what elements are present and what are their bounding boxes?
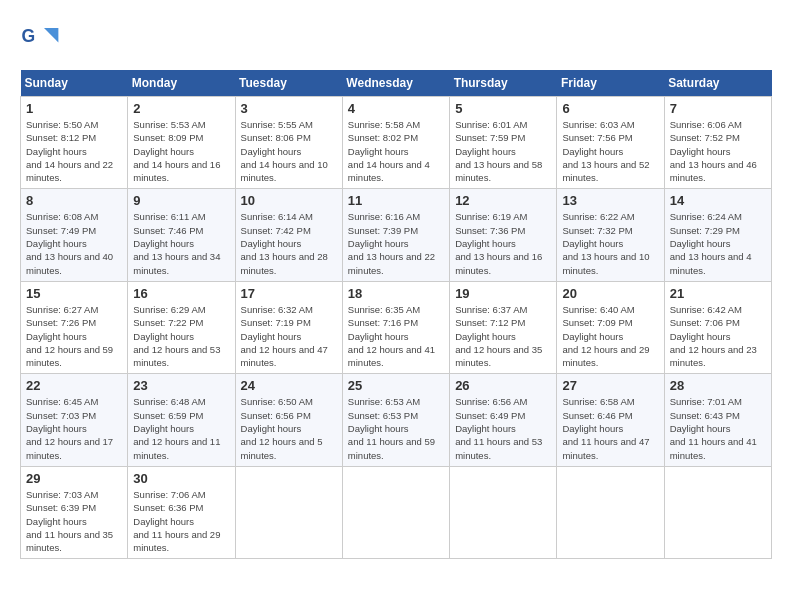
logo-icon: G (20, 20, 60, 60)
day-number: 25 (348, 378, 444, 393)
day-number: 23 (133, 378, 229, 393)
day-info: Sunrise: 5:53 AMSunset: 8:09 PMDaylight … (133, 119, 220, 183)
day-info: Sunrise: 5:58 AMSunset: 8:02 PMDaylight … (348, 119, 430, 183)
day-cell: 4 Sunrise: 5:58 AMSunset: 8:02 PMDayligh… (342, 97, 449, 189)
day-info: Sunrise: 6:16 AMSunset: 7:39 PMDaylight … (348, 211, 435, 275)
day-cell: 11 Sunrise: 6:16 AMSunset: 7:39 PMDaylig… (342, 189, 449, 281)
day-number: 18 (348, 286, 444, 301)
day-number: 24 (241, 378, 337, 393)
day-cell: 30 Sunrise: 7:06 AMSunset: 6:36 PMDaylig… (128, 466, 235, 558)
day-number: 6 (562, 101, 658, 116)
day-info: Sunrise: 6:19 AMSunset: 7:36 PMDaylight … (455, 211, 542, 275)
day-cell (557, 466, 664, 558)
day-info: Sunrise: 6:45 AMSunset: 7:03 PMDaylight … (26, 396, 113, 460)
day-cell: 20 Sunrise: 6:40 AMSunset: 7:09 PMDaylig… (557, 281, 664, 373)
day-cell: 17 Sunrise: 6:32 AMSunset: 7:19 PMDaylig… (235, 281, 342, 373)
day-number: 26 (455, 378, 551, 393)
day-cell: 5 Sunrise: 6:01 AMSunset: 7:59 PMDayligh… (450, 97, 557, 189)
day-info: Sunrise: 6:03 AMSunset: 7:56 PMDaylight … (562, 119, 649, 183)
day-cell: 23 Sunrise: 6:48 AMSunset: 6:59 PMDaylig… (128, 374, 235, 466)
day-info: Sunrise: 7:06 AMSunset: 6:36 PMDaylight … (133, 489, 220, 553)
day-number: 21 (670, 286, 766, 301)
day-cell: 9 Sunrise: 6:11 AMSunset: 7:46 PMDayligh… (128, 189, 235, 281)
day-info: Sunrise: 6:53 AMSunset: 6:53 PMDaylight … (348, 396, 435, 460)
day-cell: 24 Sunrise: 6:50 AMSunset: 6:56 PMDaylig… (235, 374, 342, 466)
day-info: Sunrise: 5:55 AMSunset: 8:06 PMDaylight … (241, 119, 328, 183)
day-cell: 19 Sunrise: 6:37 AMSunset: 7:12 PMDaylig… (450, 281, 557, 373)
day-cell: 15 Sunrise: 6:27 AMSunset: 7:26 PMDaylig… (21, 281, 128, 373)
day-cell (664, 466, 771, 558)
day-info: Sunrise: 6:50 AMSunset: 6:56 PMDaylight … (241, 396, 323, 460)
day-info: Sunrise: 6:22 AMSunset: 7:32 PMDaylight … (562, 211, 649, 275)
col-header-thursday: Thursday (450, 70, 557, 97)
day-cell: 27 Sunrise: 6:58 AMSunset: 6:46 PMDaylig… (557, 374, 664, 466)
day-cell: 7 Sunrise: 6:06 AMSunset: 7:52 PMDayligh… (664, 97, 771, 189)
day-number: 30 (133, 471, 229, 486)
col-header-monday: Monday (128, 70, 235, 97)
day-info: Sunrise: 7:01 AMSunset: 6:43 PMDaylight … (670, 396, 757, 460)
logo: G (20, 20, 64, 60)
day-info: Sunrise: 6:27 AMSunset: 7:26 PMDaylight … (26, 304, 113, 368)
day-cell: 3 Sunrise: 5:55 AMSunset: 8:06 PMDayligh… (235, 97, 342, 189)
svg-text:G: G (22, 26, 36, 46)
header-row: SundayMondayTuesdayWednesdayThursdayFrid… (21, 70, 772, 97)
col-header-friday: Friday (557, 70, 664, 97)
day-info: Sunrise: 6:29 AMSunset: 7:22 PMDaylight … (133, 304, 220, 368)
day-info: Sunrise: 6:35 AMSunset: 7:16 PMDaylight … (348, 304, 435, 368)
day-number: 14 (670, 193, 766, 208)
day-number: 16 (133, 286, 229, 301)
day-number: 20 (562, 286, 658, 301)
day-info: Sunrise: 6:42 AMSunset: 7:06 PMDaylight … (670, 304, 757, 368)
day-cell: 21 Sunrise: 6:42 AMSunset: 7:06 PMDaylig… (664, 281, 771, 373)
day-number: 15 (26, 286, 122, 301)
day-cell (342, 466, 449, 558)
day-number: 17 (241, 286, 337, 301)
day-number: 10 (241, 193, 337, 208)
day-info: Sunrise: 6:40 AMSunset: 7:09 PMDaylight … (562, 304, 649, 368)
week-row-4: 22 Sunrise: 6:45 AMSunset: 7:03 PMDaylig… (21, 374, 772, 466)
day-cell: 13 Sunrise: 6:22 AMSunset: 7:32 PMDaylig… (557, 189, 664, 281)
day-info: Sunrise: 6:11 AMSunset: 7:46 PMDaylight … (133, 211, 220, 275)
day-number: 5 (455, 101, 551, 116)
day-cell: 6 Sunrise: 6:03 AMSunset: 7:56 PMDayligh… (557, 97, 664, 189)
day-cell: 26 Sunrise: 6:56 AMSunset: 6:49 PMDaylig… (450, 374, 557, 466)
day-cell: 14 Sunrise: 6:24 AMSunset: 7:29 PMDaylig… (664, 189, 771, 281)
day-cell: 18 Sunrise: 6:35 AMSunset: 7:16 PMDaylig… (342, 281, 449, 373)
day-info: Sunrise: 5:50 AMSunset: 8:12 PMDaylight … (26, 119, 113, 183)
day-number: 7 (670, 101, 766, 116)
day-number: 3 (241, 101, 337, 116)
day-number: 9 (133, 193, 229, 208)
day-number: 8 (26, 193, 122, 208)
day-number: 19 (455, 286, 551, 301)
day-number: 28 (670, 378, 766, 393)
day-cell: 8 Sunrise: 6:08 AMSunset: 7:49 PMDayligh… (21, 189, 128, 281)
day-number: 1 (26, 101, 122, 116)
day-number: 2 (133, 101, 229, 116)
day-cell: 12 Sunrise: 6:19 AMSunset: 7:36 PMDaylig… (450, 189, 557, 281)
col-header-tuesday: Tuesday (235, 70, 342, 97)
day-number: 12 (455, 193, 551, 208)
day-number: 11 (348, 193, 444, 208)
week-row-3: 15 Sunrise: 6:27 AMSunset: 7:26 PMDaylig… (21, 281, 772, 373)
header: G (20, 20, 772, 60)
day-cell: 16 Sunrise: 6:29 AMSunset: 7:22 PMDaylig… (128, 281, 235, 373)
day-info: Sunrise: 6:58 AMSunset: 6:46 PMDaylight … (562, 396, 649, 460)
day-info: Sunrise: 6:48 AMSunset: 6:59 PMDaylight … (133, 396, 220, 460)
day-cell: 2 Sunrise: 5:53 AMSunset: 8:09 PMDayligh… (128, 97, 235, 189)
col-header-wednesday: Wednesday (342, 70, 449, 97)
day-number: 4 (348, 101, 444, 116)
calendar-table: SundayMondayTuesdayWednesdayThursdayFrid… (20, 70, 772, 559)
week-row-2: 8 Sunrise: 6:08 AMSunset: 7:49 PMDayligh… (21, 189, 772, 281)
day-info: Sunrise: 6:32 AMSunset: 7:19 PMDaylight … (241, 304, 328, 368)
week-row-5: 29 Sunrise: 7:03 AMSunset: 6:39 PMDaylig… (21, 466, 772, 558)
day-cell: 1 Sunrise: 5:50 AMSunset: 8:12 PMDayligh… (21, 97, 128, 189)
day-number: 27 (562, 378, 658, 393)
day-cell (235, 466, 342, 558)
day-cell: 22 Sunrise: 6:45 AMSunset: 7:03 PMDaylig… (21, 374, 128, 466)
col-header-sunday: Sunday (21, 70, 128, 97)
day-info: Sunrise: 7:03 AMSunset: 6:39 PMDaylight … (26, 489, 113, 553)
day-info: Sunrise: 6:24 AMSunset: 7:29 PMDaylight … (670, 211, 752, 275)
day-cell: 10 Sunrise: 6:14 AMSunset: 7:42 PMDaylig… (235, 189, 342, 281)
col-header-saturday: Saturday (664, 70, 771, 97)
svg-marker-1 (44, 28, 58, 42)
